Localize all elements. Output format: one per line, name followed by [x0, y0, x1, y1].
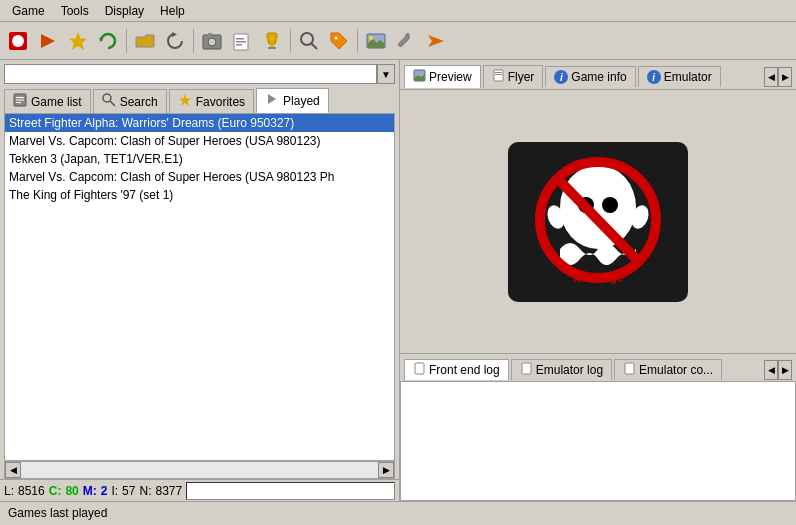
- n-label: N:: [139, 484, 151, 498]
- svg-line-27: [110, 101, 115, 106]
- svg-rect-43: [415, 363, 424, 374]
- tab-emulator-console[interactable]: Emulator co...: [614, 359, 722, 380]
- tab-preview-label: Preview: [429, 70, 472, 84]
- scroll-left-btn[interactable]: ◀: [5, 462, 21, 478]
- svg-rect-32: [494, 70, 503, 81]
- menu-display[interactable]: Display: [97, 2, 152, 20]
- screenshot-toolbar-btn[interactable]: [198, 27, 226, 55]
- svg-rect-33: [495, 72, 502, 73]
- c-label: C:: [49, 484, 62, 498]
- tab-search[interactable]: Search: [93, 89, 167, 113]
- bottom-tabs-nav-left[interactable]: ◀: [764, 360, 778, 380]
- svg-rect-14: [268, 47, 276, 49]
- back-toolbar-btn[interactable]: [161, 27, 189, 55]
- svg-marker-3: [69, 32, 87, 50]
- menu-help[interactable]: Help: [152, 2, 193, 20]
- star-toolbar-btn[interactable]: [64, 27, 92, 55]
- status-input[interactable]: [186, 482, 395, 500]
- svg-marker-21: [428, 35, 444, 47]
- tab-preview[interactable]: Preview: [404, 65, 481, 88]
- edit-toolbar-btn[interactable]: [228, 27, 256, 55]
- svg-point-7: [208, 38, 216, 46]
- toolbar: [0, 22, 796, 60]
- tabs-nav-right[interactable]: ▶: [778, 67, 792, 87]
- svg-rect-8: [208, 33, 212, 36]
- search-toolbar-btn[interactable]: [295, 27, 323, 55]
- tab-flyer[interactable]: Flyer: [483, 65, 544, 88]
- tab-search-label: Search: [120, 95, 158, 109]
- right-tabs-bar: Preview Flyer i Game info i Emulator ◀ ▶: [400, 60, 796, 90]
- front-end-log-icon: [413, 362, 426, 378]
- menubar: Game Tools Display Help: [0, 0, 796, 22]
- search-input[interactable]: [4, 64, 377, 84]
- left-status-bar: L: 8516 C: 80 M: 2 I: 57 N: 8377: [0, 479, 399, 501]
- wrench-toolbar-btn[interactable]: [392, 27, 420, 55]
- log-area[interactable]: [400, 381, 796, 501]
- svg-point-15: [301, 33, 313, 45]
- tag-toolbar-btn[interactable]: [325, 27, 353, 55]
- tab-front-end-log[interactable]: Front end log: [404, 359, 509, 380]
- list-scrollbar: ◀ ▶: [4, 461, 395, 479]
- tab-front-end-log-label: Front end log: [429, 363, 500, 377]
- game-list-tab-icon: [13, 93, 27, 110]
- bottom-tabs-bar: Front end log Emulator log Emulator co..…: [400, 353, 796, 381]
- tab-emulator[interactable]: i Emulator: [638, 66, 721, 87]
- svg-marker-2: [41, 34, 55, 48]
- svg-rect-10: [236, 38, 244, 40]
- folder-toolbar-btn[interactable]: [131, 27, 159, 55]
- svg-rect-11: [236, 41, 246, 43]
- emulator-console-icon: [623, 362, 636, 378]
- svg-rect-25: [16, 102, 21, 103]
- l-value: 8516: [18, 484, 45, 498]
- bottom-status-text: Games last played: [8, 506, 107, 520]
- scroll-track[interactable]: [21, 462, 378, 478]
- i-label: I:: [111, 484, 118, 498]
- emulator-info-icon: i: [647, 70, 661, 84]
- svg-text:No image: No image: [573, 272, 623, 284]
- game-item-0[interactable]: Street Fighter Alpha: Warriors' Dreams (…: [5, 114, 394, 132]
- played-tab-icon: [265, 92, 279, 109]
- search-dropdown-btn[interactable]: ▼: [377, 64, 395, 84]
- scroll-right-btn[interactable]: ▶: [378, 462, 394, 478]
- m-label: M:: [83, 484, 97, 498]
- bottom-status-bar: Games last played: [0, 501, 796, 523]
- tab-game-list[interactable]: Game list: [4, 89, 91, 113]
- game-item-1[interactable]: Marvel Vs. Capcom: Clash of Super Heroes…: [5, 132, 394, 150]
- svg-marker-4: [99, 38, 103, 42]
- game-item-4[interactable]: The King of Fighters '97 (set 1): [5, 186, 394, 204]
- svg-rect-23: [16, 97, 24, 98]
- tab-game-list-label: Game list: [31, 95, 82, 109]
- game-list[interactable]: Street Fighter Alpha: Warriors' Dreams (…: [4, 113, 395, 461]
- svg-rect-13: [271, 44, 274, 47]
- svg-marker-28: [179, 94, 191, 106]
- favorites-toolbar-btn[interactable]: [4, 27, 32, 55]
- launch-toolbar-btn[interactable]: [34, 27, 62, 55]
- image-toolbar-btn[interactable]: [362, 27, 390, 55]
- refresh-toolbar-btn[interactable]: [94, 27, 122, 55]
- svg-point-35: [560, 165, 636, 249]
- right-panel: Preview Flyer i Game info i Emulator ◀ ▶: [400, 60, 796, 501]
- speed-toolbar-btn[interactable]: [422, 27, 450, 55]
- svg-point-20: [369, 36, 373, 40]
- toolbar-sep-4: [357, 29, 358, 53]
- tab-game-info[interactable]: i Game info: [545, 66, 635, 87]
- toolbar-sep-2: [193, 29, 194, 53]
- svg-rect-34: [495, 74, 502, 75]
- bottom-tabs-nav-right[interactable]: ▶: [778, 360, 792, 380]
- l-label: L:: [4, 484, 14, 498]
- tab-favorites[interactable]: Favorites: [169, 89, 254, 113]
- svg-rect-44: [522, 363, 531, 374]
- game-item-2[interactable]: Tekken 3 (Japan, TET1/VER.E1): [5, 150, 394, 168]
- tabs-nav-left[interactable]: ◀: [764, 67, 778, 87]
- toolbar-sep-3: [290, 29, 291, 53]
- tab-emulator-log-label: Emulator log: [536, 363, 603, 377]
- trophy-toolbar-btn[interactable]: [258, 27, 286, 55]
- tab-played[interactable]: Played: [256, 88, 329, 113]
- search-tab-icon: [102, 93, 116, 110]
- svg-rect-12: [236, 44, 242, 46]
- game-item-3[interactable]: Marvel Vs. Capcom: Clash of Super Heroes…: [5, 168, 394, 186]
- svg-rect-24: [16, 100, 24, 101]
- tab-emulator-log[interactable]: Emulator log: [511, 359, 612, 380]
- menu-tools[interactable]: Tools: [53, 2, 97, 20]
- menu-game[interactable]: Game: [4, 2, 53, 20]
